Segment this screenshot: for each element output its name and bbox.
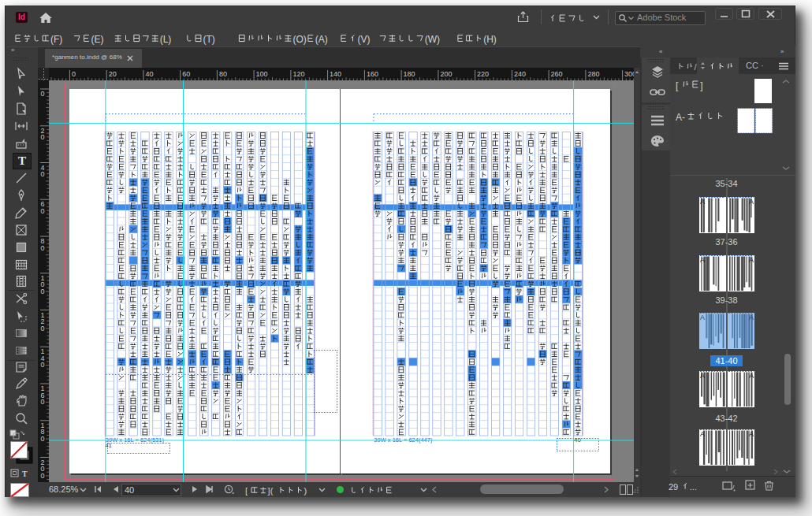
svg-text:260: 260 [551, 70, 563, 78]
svg-text:120: 120 [292, 70, 304, 78]
svg-text:0: 0 [41, 472, 45, 480]
svg-text:100: 100 [256, 70, 268, 78]
svg-text:160: 160 [367, 70, 378, 78]
svg-text:80: 80 [219, 70, 227, 78]
svg-text:240: 240 [514, 70, 526, 78]
svg-text:180: 180 [404, 70, 415, 78]
svg-text:0: 0 [41, 435, 45, 443]
svg-text:0: 0 [41, 244, 45, 252]
svg-text:]: ] [700, 80, 702, 91]
svg-text:0: 0 [41, 90, 45, 98]
svg-text:200: 200 [440, 70, 452, 78]
svg-text:/: / [694, 62, 697, 72]
svg-text:(W): (W) [425, 34, 440, 45]
svg-text:[: [ [676, 80, 679, 91]
svg-text:A: A [700, 430, 705, 438]
svg-text:220: 220 [477, 70, 489, 78]
svg-text:0: 0 [41, 133, 45, 141]
svg-text:(E): (E) [91, 34, 104, 45]
svg-text:(A): (A) [315, 34, 328, 45]
svg-text:...: ... [690, 482, 697, 492]
svg-text:(O): (O) [292, 34, 306, 45]
svg-text:A: A [700, 197, 705, 205]
svg-text:A: A [749, 430, 754, 438]
svg-text:0: 0 [41, 325, 45, 332]
svg-text:(F): (F) [50, 34, 62, 45]
svg-text:A: A [749, 372, 754, 380]
svg-text:(H): (H) [483, 34, 497, 45]
svg-text:280: 280 [587, 70, 599, 78]
svg-text:40: 40 [145, 70, 153, 78]
svg-text:(V): (V) [358, 34, 371, 45]
svg-text:A: A [749, 197, 754, 205]
svg-text:20: 20 [109, 70, 117, 78]
svg-text:0: 0 [41, 170, 45, 178]
svg-text:T: T [22, 470, 28, 478]
svg-text:A: A [700, 372, 705, 380]
svg-text:29: 29 [669, 482, 678, 492]
svg-text:(L): (L) [160, 34, 172, 45]
svg-text:A: A [700, 255, 705, 263]
svg-text:(T): (T) [203, 34, 215, 45]
svg-text:A: A [749, 255, 754, 263]
svg-text:0: 0 [41, 398, 45, 406]
svg-text:[: [ [245, 486, 248, 496]
svg-text:0: 0 [41, 207, 45, 215]
svg-text:140: 140 [330, 70, 341, 78]
svg-text:0: 0 [41, 288, 45, 295]
svg-text:0: 0 [41, 361, 45, 369]
svg-text:](: ]( [268, 486, 274, 496]
svg-text:): ) [304, 486, 307, 496]
svg-text:A-: A- [676, 112, 685, 123]
svg-text:0: 0 [72, 70, 76, 78]
svg-text:60: 60 [182, 70, 190, 78]
